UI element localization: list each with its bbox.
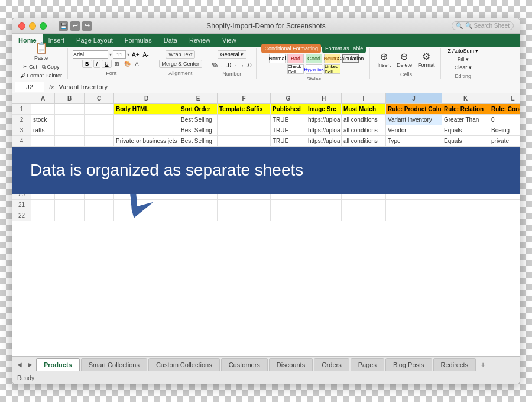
font-size-input[interactable] xyxy=(113,50,126,59)
col-header-l[interactable]: L xyxy=(489,93,520,103)
italic-button[interactable]: I xyxy=(93,60,101,68)
cell-a2[interactable]: stock xyxy=(31,115,55,125)
col-header-d[interactable]: D xyxy=(114,93,179,103)
style-linked-cell[interactable]: Linked Cell xyxy=(324,64,340,74)
add-sheet-button[interactable]: + xyxy=(477,360,489,369)
cell-g3[interactable]: TRUE xyxy=(271,125,306,135)
col-header-k[interactable]: K xyxy=(442,93,489,103)
cell-b1[interactable] xyxy=(55,104,85,114)
cell-c4[interactable] xyxy=(85,136,114,146)
cell-k4[interactable]: Equals xyxy=(442,136,489,146)
cell-d2[interactable] xyxy=(114,115,179,125)
bold-button[interactable]: B xyxy=(82,60,92,68)
col-header-j[interactable]: J xyxy=(386,93,442,103)
cell-a1[interactable] xyxy=(31,104,55,114)
cell-b4[interactable] xyxy=(55,136,85,146)
cell-b2[interactable] xyxy=(55,115,85,125)
decrease-decimal-btn[interactable]: ←.0 xyxy=(239,62,252,69)
percent-btn[interactable]: % xyxy=(211,62,219,69)
cell-i1[interactable]: Must Match xyxy=(342,104,386,114)
cell-e1[interactable]: Sort Order xyxy=(179,104,218,114)
cell-k3[interactable]: Equals xyxy=(442,125,489,135)
cell-g2[interactable]: TRUE xyxy=(271,115,306,125)
cell-h4[interactable]: https://uploa xyxy=(306,136,342,146)
tab-view[interactable]: View xyxy=(216,34,242,47)
cell-j3[interactable]: Vendor xyxy=(386,125,442,135)
cell-e4[interactable]: Best Selling xyxy=(179,136,218,146)
clear-button[interactable]: Clear ▾ xyxy=(453,64,473,71)
font-increase-btn[interactable]: A+ xyxy=(131,51,141,58)
cell-l1[interactable]: Rule: Condition xyxy=(489,104,520,114)
cell-j1[interactable]: Rule: Product Column xyxy=(386,104,442,114)
number-format-dropdown[interactable]: General ▾ xyxy=(218,50,246,59)
font-name-input[interactable] xyxy=(73,50,108,59)
sheet-tab-customers[interactable]: Customers xyxy=(221,358,268,371)
col-header-e[interactable]: E xyxy=(179,93,218,103)
tab-formulas[interactable]: Formulas xyxy=(119,34,158,47)
paste-button[interactable]: 📋 Paste xyxy=(32,40,51,62)
style-normal[interactable]: Normal xyxy=(269,54,286,63)
merge-center-button[interactable]: Merge & Center xyxy=(159,60,203,68)
tab-data[interactable]: Data xyxy=(158,34,183,47)
cell-i2[interactable]: all conditions xyxy=(342,115,386,125)
cell-l3[interactable]: Boeing xyxy=(489,125,520,135)
font-dropdown-arrow[interactable]: ▾ xyxy=(109,52,112,57)
close-button[interactable] xyxy=(18,22,25,30)
sheet-tab-smart-collections[interactable]: Smart Collections xyxy=(81,358,147,371)
maximize-button[interactable] xyxy=(40,22,47,30)
cut-button[interactable]: ✂ Cut xyxy=(21,63,40,70)
col-header-g[interactable]: G xyxy=(271,93,306,103)
sheet-tab-blog-posts[interactable]: Blog Posts xyxy=(385,358,432,371)
format-as-table-button[interactable]: Format as Table xyxy=(322,44,366,53)
autosum-button[interactable]: ΣAutoSum▾ xyxy=(446,47,480,54)
underline-button[interactable]: U xyxy=(102,60,112,68)
wrap-text-button[interactable]: Wrap Text xyxy=(166,50,195,59)
cell-l4[interactable]: private xyxy=(489,136,520,146)
cell-e3[interactable]: Best Selling xyxy=(179,125,218,135)
cell-e2[interactable]: Best Selling xyxy=(179,115,218,125)
cell-f1[interactable]: Template Suffix xyxy=(218,104,271,114)
cell-f3[interactable] xyxy=(218,125,271,135)
sheet-tab-orders[interactable]: Orders xyxy=(314,358,349,371)
cell-k1[interactable]: Rule: Relation xyxy=(442,104,489,114)
cell-l2[interactable]: 0 xyxy=(489,115,520,125)
sheet-tab-pages[interactable]: Pages xyxy=(351,358,384,371)
cell-g1[interactable]: Published xyxy=(271,104,306,114)
tab-page-layout[interactable]: Page Layout xyxy=(70,34,119,47)
size-dropdown-arrow[interactable]: ▾ xyxy=(127,52,129,57)
cell-c3[interactable] xyxy=(85,125,114,135)
tab-review[interactable]: Review xyxy=(183,34,216,47)
cell-c1[interactable] xyxy=(85,104,114,114)
cell-d1[interactable]: Body HTML xyxy=(114,104,179,114)
cell-h3[interactable]: https://uploa xyxy=(306,125,342,135)
cell-j2[interactable]: Variant Inventory xyxy=(386,115,442,125)
cell-f2[interactable] xyxy=(218,115,271,125)
style-hyperlink[interactable]: Hyperlink xyxy=(306,64,322,74)
cell-f4[interactable] xyxy=(218,136,271,146)
nav-next-button[interactable]: ▶ xyxy=(25,360,35,369)
cell-j4[interactable]: Type xyxy=(386,136,442,146)
conditional-formatting-button[interactable]: Conditional Formatting xyxy=(261,44,321,53)
format-painter-button[interactable]: 🖌 Format Painter xyxy=(18,72,64,79)
copy-button[interactable]: ⧉ Copy xyxy=(40,63,61,71)
cell-h2[interactable]: https://uploa xyxy=(306,115,342,125)
minimize-button[interactable] xyxy=(29,22,36,30)
cell-d4[interactable]: Private or business jets xyxy=(114,136,179,146)
redo-icon[interactable]: ↪ xyxy=(82,21,92,31)
cell-d3[interactable] xyxy=(114,125,179,135)
increase-decimal-btn[interactable]: .0→ xyxy=(225,62,238,69)
cell-reference-input[interactable] xyxy=(15,82,44,92)
sheet-tab-custom-collections[interactable]: Custom Collections xyxy=(148,358,220,371)
fill-button[interactable]: Fill ▾ xyxy=(456,56,471,63)
sheet-tab-redirects[interactable]: Redirects xyxy=(433,358,476,371)
style-check-cell[interactable]: Check Cell xyxy=(287,64,304,74)
cell-b3[interactable] xyxy=(55,125,85,135)
sheet-tab-discounts[interactable]: Discounts xyxy=(269,358,313,371)
search-bar[interactable]: 🔍 🔍 Search Sheet xyxy=(452,21,514,30)
formula-input[interactable] xyxy=(59,82,517,92)
font-color-button[interactable]: A xyxy=(134,60,141,67)
cell-i4[interactable]: all conditions xyxy=(342,136,386,146)
save-icon[interactable]: 💾 xyxy=(59,21,68,31)
col-header-c[interactable]: C xyxy=(85,93,114,103)
cell-g4[interactable]: TRUE xyxy=(271,136,306,146)
